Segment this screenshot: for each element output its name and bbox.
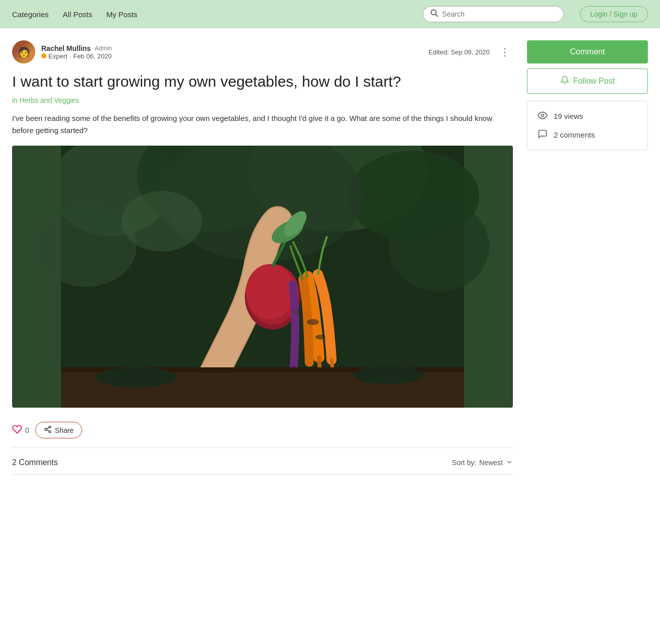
comments-divider (12, 474, 513, 475)
page-layout: 🧑 Rachel Mullins Admin Expert · Feb 06, … (0, 28, 660, 495)
views-count: 19 views (554, 112, 583, 120)
navigation: Categories All Posts My Posts Login / Si… (0, 0, 660, 28)
post-actions: 0 Share (12, 422, 513, 448)
follow-post-label: Follow Post (573, 77, 615, 86)
post-image (12, 146, 513, 408)
more-options-button[interactable]: ⋮ (497, 45, 513, 59)
comment-button[interactable]: Comment (527, 40, 648, 63)
like-button[interactable]: 0 (12, 424, 29, 436)
comment-icon (538, 129, 548, 141)
svg-point-10 (121, 191, 202, 251)
edited-label: Edited: Sep 09, 2020 (429, 48, 490, 56)
svg-point-18 (315, 335, 325, 340)
svg-point-8 (36, 206, 137, 287)
views-stat: 19 views (538, 110, 637, 122)
expert-badge-dot (41, 53, 46, 58)
sort-by-value: Newest (479, 459, 503, 467)
author-meta: Expert · Feb 06, 2020 (41, 52, 112, 60)
search-icon (430, 9, 438, 19)
author-details: Rachel Mullins Admin Expert · Feb 06, 20… (41, 44, 112, 60)
svg-point-17 (291, 310, 299, 314)
author-info: 🧑 Rachel Mullins Admin Expert · Feb 06, … (12, 40, 112, 63)
search-input[interactable] (442, 10, 556, 18)
author-name: Rachel Mullins (41, 44, 91, 52)
share-label: Share (55, 426, 74, 434)
login-signup-button[interactable]: Login / Sign up (580, 6, 648, 22)
eye-icon (538, 110, 548, 122)
sidebar: Comment Follow Post 19 views (527, 40, 648, 475)
chevron-down-icon (506, 459, 513, 467)
svg-line-27 (47, 427, 49, 429)
heart-icon (12, 424, 22, 436)
author-row: 🧑 Rachel Mullins Admin Expert · Feb 06, … (12, 40, 513, 63)
post-date: Feb 06, 2020 (73, 52, 112, 60)
author-role: Admin (95, 45, 112, 52)
follow-post-button[interactable]: Follow Post (527, 69, 648, 94)
svg-point-25 (49, 431, 51, 433)
stats-box: 19 views 2 comments (527, 101, 648, 150)
sort-by-control[interactable]: Sort by: Newest (452, 459, 513, 467)
svg-point-23 (49, 426, 51, 428)
svg-point-16 (307, 319, 319, 325)
svg-point-9 (388, 201, 489, 292)
svg-line-26 (47, 430, 49, 431)
nav-links: Categories All Posts My Posts (12, 10, 407, 19)
post-title: I want to start growing my own vegetable… (12, 72, 513, 91)
post-body: I've been reading some of the benefits o… (12, 112, 513, 137)
share-button[interactable]: Share (35, 422, 82, 438)
svg-line-1 (435, 15, 438, 17)
comments-header: 2 Comments Sort by: Newest (12, 458, 513, 467)
avatar: 🧑 (12, 40, 35, 63)
svg-point-28 (542, 114, 544, 117)
svg-point-24 (45, 428, 47, 430)
share-icon (44, 425, 52, 435)
nav-my-posts[interactable]: My Posts (106, 10, 138, 19)
main-content: 🧑 Rachel Mullins Admin Expert · Feb 06, … (12, 40, 513, 475)
comments-count-label: 2 Comments (12, 458, 58, 467)
svg-point-22 (353, 366, 424, 384)
svg-point-0 (431, 10, 436, 15)
comments-stat: 2 comments (538, 129, 637, 141)
nav-all-posts[interactable]: All Posts (63, 10, 92, 19)
post-category[interactable]: in Herbs and Veggies (12, 96, 513, 104)
author-badge: Expert (48, 52, 68, 60)
sort-by-label: Sort by: (452, 459, 476, 467)
post-meta-right: Edited: Sep 09, 2020 ⋮ (429, 45, 513, 59)
svg-point-13 (246, 264, 294, 319)
like-count: 0 (25, 426, 29, 434)
comments-count-stat: 2 comments (554, 131, 595, 139)
nav-categories[interactable]: Categories (12, 10, 49, 19)
svg-point-21 (96, 367, 177, 388)
bell-icon (560, 76, 569, 87)
search-bar[interactable] (423, 6, 564, 22)
